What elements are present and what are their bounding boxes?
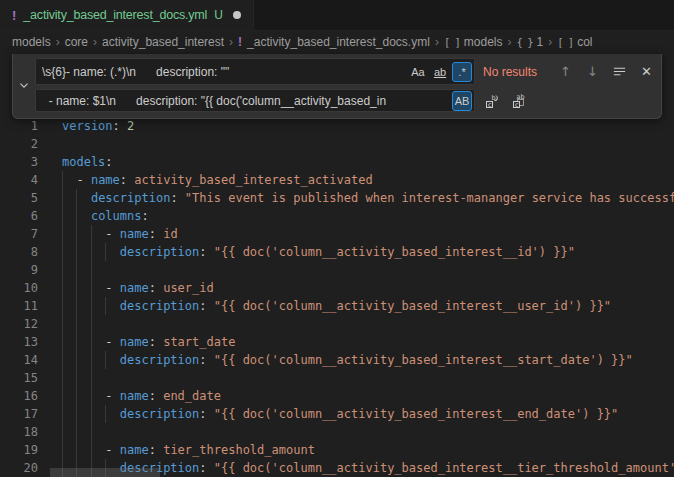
line-number[interactable]: 10 (0, 279, 38, 297)
breadcrumb-separator: › (93, 35, 97, 49)
line-number[interactable]: 17 (0, 405, 38, 423)
tab-active-file[interactable]: ! _activity_based_interest_docs.yml U (0, 0, 254, 30)
code-line[interactable]: 17 description: "{{ doc('column__activit… (0, 405, 674, 423)
indent-guide (91, 405, 92, 423)
indent-guide (105, 243, 106, 261)
breadcrumb-separator: › (56, 35, 60, 49)
breadcrumb-item[interactable]: activity_based_interest (102, 35, 224, 49)
breadcrumb: models›core›activity_based_interest›!_ac… (0, 31, 674, 53)
breadcrumb-separator: › (229, 35, 233, 49)
replace-input[interactable] (36, 90, 474, 111)
breadcrumb-label: models (464, 35, 503, 49)
code-line[interactable]: 12 (0, 315, 674, 333)
horizontal-scrollbar-thumb[interactable] (50, 468, 160, 477)
code-line[interactable]: 15 (0, 369, 674, 387)
indent-guide (91, 225, 92, 243)
replace-icon: b c (484, 93, 500, 109)
indent-guide (76, 225, 77, 243)
code-line[interactable]: 6 columns: (0, 207, 674, 225)
code-line[interactable]: 1version: 2 (0, 117, 674, 135)
code-line[interactable]: 3models: (0, 153, 674, 171)
code-line[interactable]: 16 - name: end_date (0, 387, 674, 405)
previous-match-button[interactable]: ↑ (555, 61, 576, 82)
indent-guide (91, 387, 92, 405)
line-number[interactable]: 18 (0, 423, 38, 441)
indent-guide (62, 441, 63, 459)
indent-guide (62, 333, 63, 351)
indent-guide (62, 387, 63, 405)
code-line[interactable]: 2 (0, 135, 674, 153)
indent-guide (91, 441, 92, 459)
line-number[interactable]: 4 (0, 171, 38, 189)
code-line[interactable]: 18 (0, 423, 674, 441)
indent-guide (105, 351, 106, 369)
line-number[interactable]: 15 (0, 369, 38, 387)
line-number[interactable]: 13 (0, 333, 38, 351)
code-text: - name: id (62, 225, 178, 243)
line-number[interactable]: 1 (0, 117, 38, 135)
breadcrumb-label: activity_based_interest (102, 35, 224, 49)
code-line[interactable]: 7 - name: id (0, 225, 674, 243)
line-number[interactable]: 2 (0, 135, 38, 153)
code-line[interactable]: 13 - name: start_date (0, 333, 674, 351)
breadcrumb-separator: › (508, 35, 512, 49)
editor-pane[interactable]: Aa ab .* No results ↑ ↓ ✕ (0, 53, 674, 477)
breadcrumb-label: 1 (537, 35, 544, 49)
line-number[interactable]: 8 (0, 243, 38, 261)
breadcrumb-item[interactable]: { }1 (517, 35, 544, 49)
code-line[interactable]: 5 description: "This event is published … (0, 189, 674, 207)
indent-guide (62, 369, 63, 387)
line-number[interactable]: 6 (0, 207, 38, 225)
indent-guide (62, 315, 63, 333)
indent-guide (76, 333, 77, 351)
line-number[interactable]: 3 (0, 153, 38, 171)
find-input-box: Aa ab .* (35, 58, 475, 85)
code-text: description: "{{ doc('column__activity_b… (62, 243, 575, 261)
indent-guide (76, 387, 77, 405)
modified-indicator-dot[interactable] (233, 11, 241, 19)
git-untracked-badge: U (214, 8, 223, 22)
breadcrumb-item[interactable]: models (12, 35, 51, 49)
line-number[interactable]: 16 (0, 387, 38, 405)
close-find-widget-button[interactable]: ✕ (636, 61, 657, 82)
breadcrumb-item[interactable]: [ ]models (444, 35, 503, 49)
line-number[interactable]: 14 (0, 351, 38, 369)
line-number[interactable]: 7 (0, 225, 38, 243)
line-number[interactable]: 9 (0, 261, 38, 279)
next-match-button[interactable]: ↓ (582, 61, 603, 82)
match-case-button[interactable]: Aa (408, 62, 428, 82)
breadcrumb-item[interactable]: core (65, 35, 88, 49)
code-line[interactable]: 14 description: "{{ doc('column__activit… (0, 351, 674, 369)
preserve-case-button[interactable]: AB (452, 91, 472, 111)
indent-guide (91, 369, 92, 387)
line-number[interactable]: 11 (0, 297, 38, 315)
indent-guide (105, 297, 106, 315)
indent-guide (91, 351, 92, 369)
replace-all-button[interactable]: ab c (508, 90, 529, 111)
indent-guide (105, 405, 106, 423)
code-line[interactable]: 19 - name: tier_threshold_amount (0, 441, 674, 459)
code-line[interactable]: 10 - name: user_id (0, 279, 674, 297)
line-number[interactable]: 19 (0, 441, 38, 459)
line-number[interactable]: 5 (0, 189, 38, 207)
toggle-replace-button[interactable] (13, 58, 35, 112)
regex-button[interactable]: .* (452, 62, 472, 82)
code-text: description: "{{ doc('column__activity_b… (62, 405, 618, 423)
breadcrumb-item[interactable]: !_activity_based_interest_docs.yml (238, 35, 430, 49)
indent-guide (62, 261, 63, 279)
code-text: version: 2 (62, 117, 134, 135)
line-number[interactable]: 12 (0, 315, 38, 333)
replace-button[interactable]: b c (481, 90, 502, 111)
svg-text:c: c (488, 100, 492, 108)
breadcrumb-item[interactable]: [ ]col (557, 35, 592, 49)
code-text: - name: start_date (62, 333, 235, 351)
indent-guide (91, 333, 92, 351)
whole-word-button[interactable]: ab (430, 62, 450, 82)
code-line[interactable]: 8 description: "{{ doc('column__activity… (0, 243, 674, 261)
line-number[interactable]: 20 (0, 459, 38, 477)
code-line[interactable]: 9 (0, 261, 674, 279)
code-line[interactable]: 4 - name: activity_based_interest_activa… (0, 171, 674, 189)
code-line[interactable]: 11 description: "{{ doc('column__activit… (0, 297, 674, 315)
find-in-selection-button[interactable] (609, 61, 630, 82)
code-area[interactable]: 1version: 223models:4 - name: activity_b… (0, 117, 674, 477)
